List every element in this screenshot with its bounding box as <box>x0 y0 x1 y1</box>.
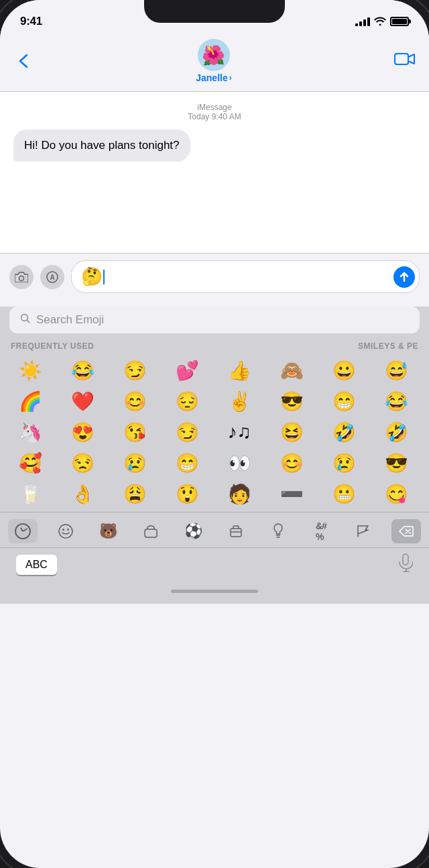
camera-button[interactable] <box>9 265 34 289</box>
emoji-smile[interactable]: 😊 <box>110 386 160 417</box>
microphone-button[interactable] <box>398 553 413 576</box>
emoji-cry[interactable]: 😢 <box>110 447 160 478</box>
emoji-grid: ☀️ 😂 😏 💕 👍 🙈 😀 😅 🌈 ❤️ 😊 😔 ✌️ 😎 😁 😂 🦄 😍 😘… <box>0 355 429 509</box>
emoji-grimace[interactable]: 😬 <box>319 478 369 509</box>
emoji-grinning[interactable]: 😊 <box>267 447 316 478</box>
signal-icon <box>355 17 370 26</box>
emoji-sad[interactable]: 😔 <box>162 386 212 417</box>
messages-area: iMessage Today 9:40 AM Hi! Do you have p… <box>0 92 429 253</box>
emoji-peace[interactable]: ✌️ <box>214 386 264 417</box>
home-indicator <box>0 584 429 604</box>
emoji-cool[interactable]: 😎 <box>371 447 421 478</box>
emoji-glass[interactable]: 🥛 <box>5 478 55 509</box>
emoji-unicorn[interactable]: 🦄 <box>5 417 55 447</box>
input-emoji: 🤔 <box>81 266 103 287</box>
notch <box>144 0 285 23</box>
emoji-heart-eyes[interactable]: 😍 <box>58 417 107 447</box>
svg-rect-8 <box>231 529 241 537</box>
emoji-section-headers: FREQUENTLY USED SMILEYS & PE <box>0 339 429 355</box>
emoji-tired[interactable]: 😩 <box>110 478 160 509</box>
search-icon <box>20 313 31 327</box>
emoji-tab-travel[interactable] <box>221 519 251 543</box>
emoji-tab-objects[interactable] <box>263 519 293 543</box>
svg-text:A: A <box>50 274 54 281</box>
emoji-minus[interactable]: ➖ <box>267 478 316 509</box>
abc-button[interactable]: ABC <box>16 555 57 575</box>
emoji-beaming[interactable]: 😆 <box>267 417 316 447</box>
emoji-smirk[interactable]: 😏 <box>110 355 160 386</box>
emoji-tab-smileys[interactable] <box>51 519 80 543</box>
emoji-tab-food[interactable] <box>136 519 166 543</box>
emoji-eyes[interactable]: 👀 <box>214 447 264 478</box>
emoji-rainbow[interactable]: 🌈 <box>5 386 55 417</box>
nav-bar: 🌺 Janelle › <box>0 34 429 92</box>
emoji-astonished[interactable]: 😲 <box>162 478 212 509</box>
svg-point-5 <box>62 529 64 531</box>
emoji-yum[interactable]: 😋 <box>371 478 421 509</box>
contact-avatar: 🌺 <box>198 39 230 71</box>
svg-rect-0 <box>395 54 408 64</box>
status-time: 9:41 <box>20 15 42 28</box>
emoji-tab-recent[interactable] <box>8 519 38 543</box>
input-area: A 🤔 <box>0 253 429 300</box>
battery-icon <box>390 17 409 26</box>
emoji-laugh-cry[interactable]: 😂 <box>58 355 107 386</box>
emoji-sweat[interactable]: 😅 <box>371 355 421 386</box>
emoji-tab-animals[interactable]: 🐻 <box>93 519 123 543</box>
svg-rect-9 <box>403 554 408 565</box>
emoji-kiss[interactable]: 😘 <box>110 417 160 447</box>
clock-icon <box>15 523 31 539</box>
emoji-ok-hand[interactable]: 👌 <box>58 478 107 509</box>
emoji-notes[interactable]: ♪♫ <box>214 417 264 447</box>
message-timestamp: iMessage Today 9:40 AM <box>13 103 416 121</box>
contact-name: Janelle › <box>196 72 231 83</box>
keyboard-bottom-bar: ABC <box>0 547 429 584</box>
contact-chevron: › <box>229 73 232 83</box>
emoji-wink[interactable]: 😏 <box>162 417 212 447</box>
emoji-tab-flags[interactable] <box>349 519 378 543</box>
frequent-section-label: FREQUENTLY USED <box>11 341 94 351</box>
send-button[interactable] <box>393 266 415 288</box>
cursor <box>103 270 105 284</box>
svg-point-1 <box>19 276 24 280</box>
emoji-unamused[interactable]: 😒 <box>58 447 107 478</box>
home-bar <box>171 590 258 593</box>
received-message-bubble: Hi! Do you have plans tonight? <box>13 129 190 162</box>
emoji-sun[interactable]: ☀️ <box>5 355 55 386</box>
emoji-thumbsup[interactable]: 👍 <box>214 355 264 386</box>
contact-info[interactable]: 🌺 Janelle › <box>196 39 231 83</box>
svg-point-6 <box>67 529 69 531</box>
emoji-rolling[interactable]: 🤣 <box>319 417 369 447</box>
smileys-section-label: SMILEYS & PE <box>358 341 418 351</box>
emoji-lovesmile[interactable]: 🥰 <box>5 447 55 478</box>
svg-rect-7 <box>145 529 157 537</box>
svg-point-4 <box>59 525 72 538</box>
phone-frame: 9:41 <box>0 0 429 868</box>
emoji-biglaugh[interactable]: 😁 <box>162 447 212 478</box>
app-store-button[interactable]: A <box>40 265 64 289</box>
emoji-keyboard: Search Emoji FREQUENTLY USED SMILEYS & P… <box>0 307 429 604</box>
backspace-button[interactable] <box>391 519 421 543</box>
emoji-rofl[interactable]: 😂 <box>371 386 421 417</box>
emoji-tab-symbols[interactable]: &#% <box>306 519 336 543</box>
emoji-grin[interactable]: 😀 <box>319 355 369 386</box>
emoji-person[interactable]: 🧑 <box>214 478 264 509</box>
emoji-weeping[interactable]: 😢 <box>319 447 369 478</box>
search-placeholder: Search Emoji <box>36 313 104 327</box>
emoji-search-bar[interactable]: Search Emoji <box>9 307 420 333</box>
emoji-tab-sports[interactable]: ⚽ <box>178 519 208 543</box>
emoji-heart[interactable]: ❤️ <box>58 386 107 417</box>
video-call-button[interactable] <box>394 52 416 70</box>
emoji-bigsmile[interactable]: 😁 <box>319 386 369 417</box>
emoji-monkey[interactable]: 🙈 <box>267 355 316 386</box>
status-icons <box>355 16 409 28</box>
emoji-category-toolbar: 🐻 ⚽ <box>0 512 429 547</box>
emoji-sunglasses[interactable]: 😎 <box>267 386 316 417</box>
wifi-icon <box>374 16 386 28</box>
back-button[interactable] <box>13 51 34 71</box>
message-input[interactable]: 🤔 <box>71 260 420 293</box>
emoji-hearts[interactable]: 💕 <box>162 355 212 386</box>
emoji-tilted[interactable]: 🤣 <box>371 417 421 447</box>
